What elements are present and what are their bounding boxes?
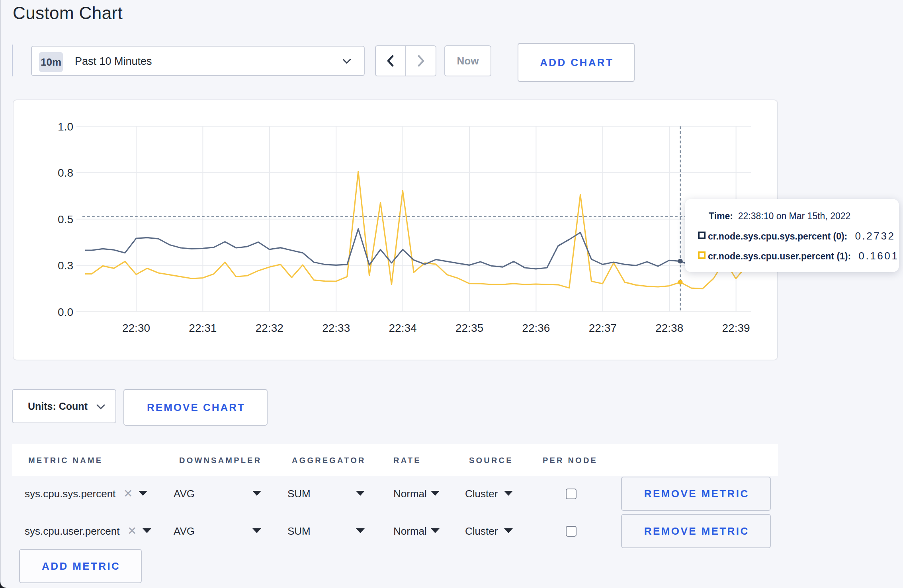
svg-text:22:35: 22:35 <box>455 322 483 334</box>
svg-text:22:32: 22:32 <box>256 322 283 334</box>
svg-text:1.0: 1.0 <box>58 121 73 133</box>
svg-text:22:34: 22:34 <box>389 322 417 334</box>
svg-text:22:30: 22:30 <box>122 322 150 334</box>
svg-text:22:38: 22:38 <box>655 322 683 334</box>
svg-text:22:39: 22:39 <box>722 322 750 334</box>
svg-text:22:31: 22:31 <box>189 322 217 334</box>
svg-text:0.3: 0.3 <box>58 259 73 272</box>
svg-text:0.5: 0.5 <box>58 213 73 226</box>
svg-text:0.0: 0.0 <box>58 306 73 318</box>
svg-text:22:37: 22:37 <box>589 322 617 334</box>
svg-text:22:36: 22:36 <box>522 322 550 334</box>
svg-text:0.8: 0.8 <box>58 167 73 179</box>
svg-text:22:33: 22:33 <box>322 322 350 334</box>
